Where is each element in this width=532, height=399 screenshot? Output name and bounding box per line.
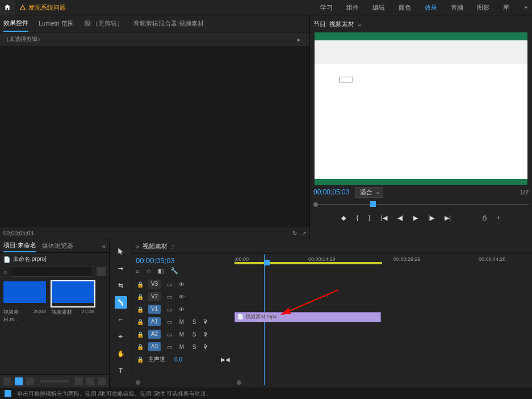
hint-text: 单击可将剪辑拆分为两段。使用 Alt 可忽略链接。使用 Shift 可选择所有轨… <box>17 390 212 397</box>
trash-icon[interactable] <box>98 377 106 385</box>
track-a1[interactable]: 🔒A1▭MS🎙 <box>135 315 232 328</box>
clip2-name: 视频素材 <box>52 309 72 316</box>
playhead-handle[interactable] <box>264 260 270 265</box>
program-timecode[interactable]: 00;00;05;03 <box>313 188 349 196</box>
tab-audio-mixer[interactable]: 音频剪辑混合器:视频素材 <box>133 19 204 28</box>
settings-icon[interactable]: + <box>497 214 500 221</box>
program-tab[interactable]: 节目: 视频素材 <box>313 20 354 28</box>
tool-indicator <box>5 390 11 397</box>
type-tool[interactable]: T <box>115 364 127 377</box>
export-frame-icon[interactable]: ⎙ <box>483 214 487 221</box>
warning-text: 发现系统问题 <box>28 3 66 12</box>
mark-in-icon[interactable]: ◆ <box>341 214 346 222</box>
track-v3[interactable]: 🔒V3▭👁 <box>135 278 232 290</box>
home-button[interactable] <box>0 0 15 15</box>
bin-view-icon[interactable] <box>97 267 106 276</box>
bracket-out-icon[interactable]: } <box>368 214 371 221</box>
pen-tool[interactable]: ✒ <box>115 330 127 343</box>
track-master[interactable]: 🔒主声道0.0▶◀ <box>135 353 232 365</box>
nav-library[interactable]: 库 <box>503 3 509 12</box>
project-search-input[interactable] <box>11 267 93 277</box>
sequence-tab[interactable]: 视频素材 <box>143 242 167 251</box>
program-scrub-bar[interactable] <box>313 200 529 210</box>
thumb-size-slider[interactable] <box>40 380 69 383</box>
nav-effects[interactable]: 效果 <box>425 3 437 12</box>
search-icon: ⌕ <box>3 268 7 275</box>
ripple-tool[interactable]: ⇆ <box>115 279 127 292</box>
time-ruler[interactable]: ;00;00 00;00;14;29 00;00;29;29 00;00;44;… <box>234 254 532 277</box>
export-icon[interactable]: ↗ <box>301 230 306 236</box>
ruler-tick-3: 00;00;44;28 <box>479 256 506 262</box>
expand-icon[interactable]: ▸ <box>298 36 300 43</box>
link-icon[interactable]: ∩ <box>146 267 151 275</box>
step-fwd-icon[interactable]: |▶ <box>428 214 434 222</box>
ruler-tick-1: 00;00;14;29 <box>308 256 336 262</box>
overflow-chevron[interactable]: » <box>524 3 527 10</box>
bin-clip-1[interactable]: 视频素材.m... 25;08 <box>3 281 46 323</box>
no-clip-label: （未选择剪辑） <box>3 35 43 43</box>
freeform-view-icon[interactable] <box>26 377 34 385</box>
source-timecode: 00;00;05;03 <box>3 230 33 236</box>
bin-clip-2[interactable]: 视频素材 21;08 <box>52 281 94 323</box>
zoom-out-handle[interactable] <box>136 380 140 385</box>
seq-menu-icon[interactable]: ≡ <box>171 243 174 250</box>
zoom-in-handle[interactable] <box>237 380 241 385</box>
go-prev-icon[interactable]: |◀ <box>381 214 387 222</box>
nav-audio[interactable]: 音频 <box>451 3 463 12</box>
project-filename: 未命名.prproj <box>13 255 46 263</box>
list-view-icon[interactable] <box>3 377 11 385</box>
close-seq-icon[interactable]: × <box>136 243 139 250</box>
zoom-select[interactable]: 适合 ⌄ <box>355 187 383 198</box>
nav-learn[interactable]: 学习 <box>320 3 333 12</box>
settings-wrench-icon[interactable]: 🔧 <box>170 267 178 275</box>
track-v2[interactable]: 🔒V2▭👁 <box>135 290 232 303</box>
new-item-icon[interactable] <box>86 377 94 385</box>
preview-excel-statusbar <box>315 179 527 185</box>
program-monitor[interactable] <box>315 32 527 185</box>
nav-color[interactable]: 颜色 <box>399 3 411 12</box>
system-warning[interactable]: 发现系统问题 <box>15 3 70 12</box>
ruler-tick-0: ;00;00 <box>234 256 249 262</box>
track-v1[interactable]: 🔒V1▭👁 <box>135 303 232 315</box>
preview-excel-grid <box>315 64 527 178</box>
tab-media-browser[interactable]: 媒体浏览器 <box>42 242 73 250</box>
razor-tool[interactable] <box>115 296 127 309</box>
resolution-select[interactable]: 1/2 <box>520 189 529 196</box>
go-next-icon[interactable]: ▶| <box>445 214 451 222</box>
clip1-dur: 25;08 <box>33 309 46 323</box>
clip1-name: 视频素材.m... <box>3 309 33 323</box>
hand-tool[interactable]: ✋ <box>115 347 127 360</box>
track-a3[interactable]: 🔒A3▭MS🎙 <box>135 340 232 353</box>
tab-lumetri[interactable]: Lumetri 范围 <box>39 19 74 28</box>
snap-icon[interactable]: ⌕ <box>136 267 140 275</box>
timeline-timecode[interactable]: 00;00;05;03 <box>136 256 231 265</box>
track-a2[interactable]: 🔒A2▭MS🎙 <box>135 328 232 340</box>
slip-tool[interactable]: ↔ <box>115 313 127 326</box>
timeline-content[interactable]: 📄 视频素材.mp4 <box>234 277 532 377</box>
project-file-icon: 📄 <box>3 256 10 263</box>
loop-icon[interactable]: ↻ <box>292 230 297 236</box>
preview-excel-ribbon <box>315 32 527 64</box>
clip2-dur: 21;08 <box>81 309 94 316</box>
selection-tool[interactable] <box>115 245 127 257</box>
tab-effect-controls[interactable]: 效果控件 <box>3 15 28 32</box>
nav-edit[interactable]: 编辑 <box>372 3 385 12</box>
nav-graphics[interactable]: 图形 <box>477 3 489 12</box>
track-select-tool[interactable]: ⇥ <box>115 262 127 275</box>
icon-view-icon[interactable] <box>15 377 23 385</box>
nav-assembly[interactable]: 组件 <box>346 3 359 12</box>
effect-controls-body <box>0 46 309 227</box>
ruler-tick-2: 00;00;29;29 <box>393 256 421 262</box>
svg-line-0 <box>282 290 338 314</box>
work-area-bar[interactable] <box>234 262 382 264</box>
clip-video1[interactable]: 📄 视频素材.mp4 <box>234 312 381 322</box>
bracket-in-icon[interactable]: { <box>356 214 358 221</box>
play-icon[interactable]: ▶ <box>413 214 418 222</box>
tab-project[interactable]: 项目:未命名 <box>3 239 36 252</box>
tab-source[interactable]: 源:（无剪辑） <box>84 19 123 28</box>
panel-overflow-icon[interactable]: » <box>102 243 106 250</box>
program-menu-icon[interactable]: ≡ <box>358 20 361 27</box>
step-back-icon[interactable]: ◀| <box>397 214 404 222</box>
new-bin-icon[interactable] <box>75 377 83 385</box>
marker-icon[interactable]: ◧ <box>158 267 164 275</box>
